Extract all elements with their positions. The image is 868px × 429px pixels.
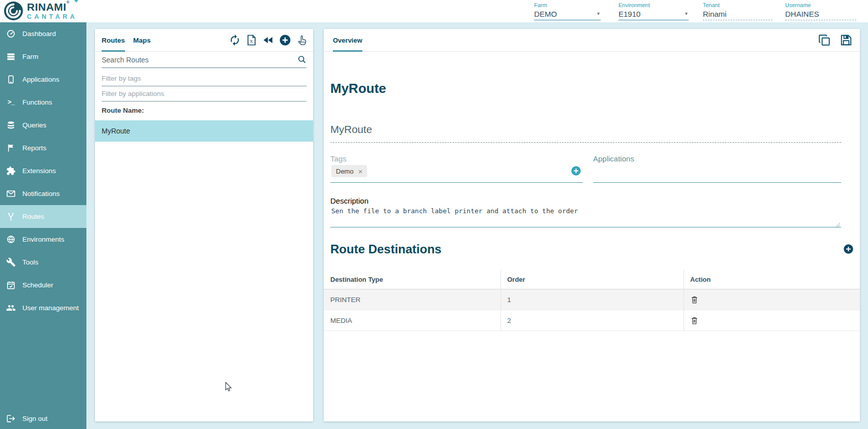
- table-row[interactable]: PRINTER 1: [324, 289, 860, 310]
- tenant-field[interactable]: Tenant Rinami: [703, 2, 772, 20]
- add-icon[interactable]: [279, 34, 291, 46]
- route-name-input[interactable]: [330, 123, 841, 143]
- route-detail-panel: Overview MyRoute Tags Demo ×: [324, 29, 860, 421]
- page-title: MyRoute: [330, 81, 386, 96]
- column-header-destination-type: Destination Type: [324, 270, 501, 289]
- farm-select[interactable]: Farm DEMO ▾: [534, 2, 601, 20]
- destinations-title: Route Destinations: [330, 242, 442, 256]
- notifications-icon: [6, 189, 16, 199]
- farm-value: DEMO: [534, 10, 557, 18]
- username-value: DHAINES: [785, 10, 819, 18]
- sidebar-item-label: Farm: [22, 53, 39, 60]
- sidebar-item-label: Tools: [22, 258, 39, 266]
- destinations-table: Destination Type Order Action PRINTER 1 …: [324, 270, 860, 331]
- applications-label: Applications: [593, 154, 634, 163]
- farm-label: Farm: [534, 2, 601, 8]
- farm-icon: [6, 52, 16, 61]
- routes-list-panel: Routes Maps x: [95, 29, 313, 421]
- sidebar-item-applications[interactable]: Applications: [0, 68, 86, 91]
- queries-icon: [6, 120, 16, 130]
- brand-logo[interactable]: RINAMI® CANTARA: [4, 1, 77, 21]
- chevron-down-icon: ▾: [597, 11, 600, 16]
- excel-export-icon[interactable]: x: [245, 34, 258, 46]
- trash-icon[interactable]: [690, 316, 699, 325]
- filter-applications-input[interactable]: [102, 88, 306, 102]
- username-label: Username: [785, 2, 856, 8]
- tab-overview[interactable]: Overview: [333, 29, 362, 51]
- tools-icon: [6, 257, 16, 267]
- add-tag-button[interactable]: [571, 166, 581, 176]
- tab-maps[interactable]: Maps: [133, 29, 151, 51]
- environment-select[interactable]: Environment E1910 ▾: [618, 2, 689, 20]
- extensions-icon: [6, 166, 16, 176]
- functions-icon: >_: [6, 97, 16, 107]
- sidebar-item-farm[interactable]: Farm: [0, 45, 86, 68]
- sidebar-item-queries[interactable]: Queries: [0, 114, 86, 137]
- tab-routes[interactable]: Routes: [102, 29, 125, 51]
- search-input[interactable]: [102, 53, 306, 68]
- remove-tag-icon[interactable]: ×: [358, 168, 363, 175]
- cell-destination-type: PRINTER: [324, 289, 501, 310]
- save-icon[interactable]: [840, 34, 853, 47]
- tag-chip-label: Demo: [336, 168, 354, 175]
- brand-subname: CANTARA: [27, 14, 77, 20]
- svg-text:x: x: [250, 38, 253, 44]
- sign-out-button[interactable]: Sign out: [0, 409, 86, 428]
- sidebar-item-label: Routes: [22, 213, 44, 220]
- environments-icon: [6, 235, 16, 244]
- copy-icon[interactable]: [818, 34, 831, 47]
- sidebar-item-user-management[interactable]: User management: [0, 296, 86, 319]
- sidebar-item-label: Dashboard: [22, 30, 56, 38]
- filter-tags-input[interactable]: [102, 73, 306, 86]
- column-header-action: Action: [684, 270, 860, 289]
- hand-icon[interactable]: [296, 34, 308, 46]
- brand-caret-icon: [74, 0, 79, 3]
- tag-chip: Demo ×: [331, 165, 367, 177]
- sidebar-item-routes[interactable]: Routes: [0, 205, 86, 228]
- reports-icon: [6, 143, 16, 153]
- tenant-label: Tenant: [703, 2, 772, 8]
- sidebar-item-label: Applications: [22, 76, 59, 83]
- cell-order: 1: [501, 289, 684, 310]
- tenant-value: Rinami: [703, 10, 727, 18]
- sidebar-item-tools[interactable]: Tools: [0, 251, 86, 274]
- topbar: RINAMI® CANTARA Farm DEMO ▾ Environment …: [0, 0, 868, 22]
- description-textarea[interactable]: Sen the file to a branch label printer a…: [331, 207, 837, 223]
- route-list-header: Route Name:: [102, 107, 144, 114]
- chevron-down-icon: ▾: [685, 11, 688, 16]
- cell-order: 2: [501, 310, 684, 331]
- search-icon[interactable]: [297, 55, 306, 64]
- sidebar-item-label: Environments: [22, 236, 65, 243]
- environment-value: E1910: [618, 10, 640, 18]
- trash-icon[interactable]: [690, 295, 699, 305]
- dashboard-icon: [6, 29, 16, 39]
- table-header-row: Destination Type Order Action: [324, 270, 860, 289]
- routes-icon: [6, 212, 16, 221]
- routes-panel-tabbar: Routes Maps x: [95, 29, 313, 52]
- sidebar-item-reports[interactable]: Reports: [0, 137, 86, 159]
- sidebar-item-label: Notifications: [22, 190, 60, 197]
- user-management-icon: [6, 303, 16, 313]
- route-list-item-selected[interactable]: MyRoute: [95, 120, 313, 142]
- sidebar-item-extensions[interactable]: Extensions: [0, 159, 86, 182]
- rewind-icon[interactable]: [262, 34, 274, 46]
- table-row[interactable]: MEDIA 2: [324, 310, 860, 331]
- tags-field[interactable]: Tags Demo ×: [330, 150, 583, 183]
- applications-field[interactable]: Applications: [593, 150, 841, 183]
- add-destination-button[interactable]: [843, 244, 854, 254]
- sidebar-item-functions[interactable]: >_ Functions: [0, 91, 86, 114]
- sidebar: Dashboard Farm Applications >_ Functions…: [0, 22, 86, 429]
- resize-grip-icon[interactable]: [835, 220, 841, 225]
- filter-applications-field: [102, 88, 306, 101]
- sidebar-item-scheduler[interactable]: Scheduler: [0, 274, 86, 296]
- sidebar-item-notifications[interactable]: Notifications: [0, 182, 86, 205]
- sidebar-item-dashboard[interactable]: Dashboard: [0, 22, 86, 45]
- username-field[interactable]: Username DHAINES: [785, 2, 856, 20]
- app-root: RINAMI® CANTARA Farm DEMO ▾ Environment …: [0, 0, 868, 429]
- sidebar-item-environments[interactable]: Environments: [0, 228, 86, 251]
- refresh-icon[interactable]: [229, 34, 241, 46]
- filter-tags-field: [102, 73, 306, 86]
- tags-label: Tags: [330, 154, 347, 163]
- description-field: Description Sen the file to a branch lab…: [330, 192, 841, 227]
- detail-tabbar: Overview: [324, 29, 860, 52]
